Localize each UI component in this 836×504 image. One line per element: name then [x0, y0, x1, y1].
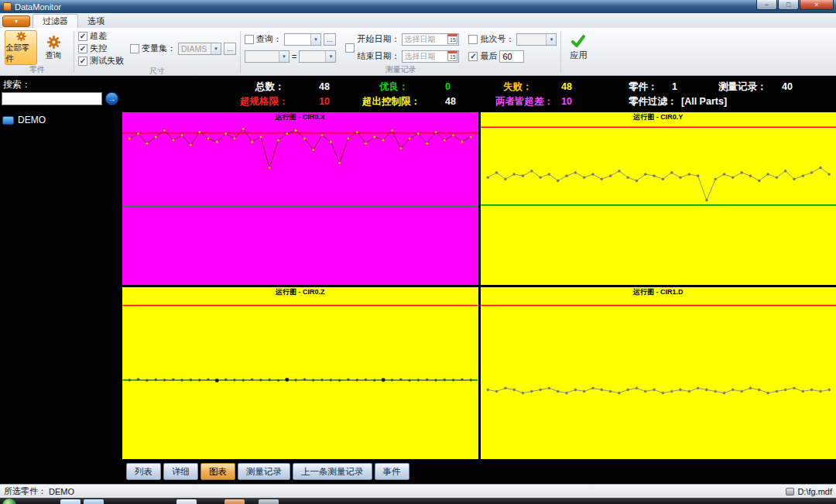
- start-button[interactable]: [2, 499, 16, 504]
- batch-checkbox[interactable]: [468, 35, 478, 44]
- tab-detail-view[interactable]: 详细: [163, 463, 198, 480]
- stat-fail: 失败：48: [503, 81, 572, 94]
- ribbon-tabstrip: ▾ 过滤器 选项: [0, 13, 836, 28]
- tab-measurement-records[interactable]: 测量记录: [238, 463, 290, 480]
- stat-part-filter: 零件过滤：[All Parts]: [629, 95, 727, 108]
- chart-title: 运行图 - CIR0.Y: [481, 112, 836, 122]
- query-value-select[interactable]: ▾: [299, 50, 336, 63]
- arrow-right-icon: →: [108, 94, 116, 103]
- tab-filter[interactable]: 过滤器: [33, 14, 78, 28]
- stats-band: 搜索： → 总数：48 优良：0 失败：48 零件：1 测量记录：40 超规格限…: [0, 76, 836, 112]
- last-n-checkbox[interactable]: [468, 52, 478, 61]
- start-date-input[interactable]: 选择日期 15: [402, 33, 459, 46]
- window-title: DataMonitor: [15, 2, 61, 12]
- group-label-dimensions: 尺寸: [75, 67, 239, 76]
- date-placeholder: 选择日期: [403, 51, 447, 62]
- last-n-label: 最后: [480, 50, 497, 62]
- measurement-query-label: 查询：: [256, 33, 282, 45]
- tab-options[interactable]: 选项: [78, 14, 114, 28]
- checkbox-out-of-tolerance[interactable]: 超差: [78, 30, 124, 42]
- taskbar-icon[interactable]: [84, 499, 104, 504]
- batch-select[interactable]: ▾: [516, 33, 557, 46]
- minimize-button[interactable]: −: [756, 0, 777, 10]
- query-parts-label: 查询: [46, 50, 62, 61]
- stat-both-over: 两者皆超差：10: [495, 95, 572, 108]
- last-n-input[interactable]: [499, 50, 524, 63]
- run-chart-cir0-z[interactable]: 运行图 - CIR0.Z: [122, 287, 478, 460]
- view-tabs-bar: 列表 详细 图表 测量记录 上一条测量记录 事件: [0, 459, 836, 484]
- part-tree-sidebar: DEMO: [0, 112, 122, 459]
- taskbar-icon[interactable]: [176, 499, 197, 504]
- group-label-parts: 零件: [2, 65, 73, 75]
- titlebar: DataMonitor − □ ×: [0, 0, 836, 13]
- tab-events[interactable]: 事件: [375, 463, 409, 480]
- group-label-measurements: 测量记录: [242, 65, 560, 75]
- close-icon: ×: [814, 1, 818, 9]
- variable-set-checkbox[interactable]: [130, 44, 139, 53]
- database-path: D:\fg.mdf: [797, 487, 832, 496]
- measurement-query-more-button[interactable]: ...: [324, 33, 336, 46]
- part-icon: [2, 116, 14, 125]
- check-icon: [570, 33, 587, 49]
- ribbon-group-parts: 全部零件 查询 零件: [2, 29, 73, 75]
- chevron-down-icon: ▾: [15, 18, 18, 25]
- date-placeholder: 选择日期: [403, 34, 447, 45]
- variable-set-more-button[interactable]: ...: [224, 43, 236, 55]
- tab-previous-measurement-record[interactable]: 上一条测量记录: [293, 463, 372, 480]
- apply-button[interactable]: 应用: [570, 33, 587, 61]
- app-icon: [3, 2, 12, 11]
- calendar-icon[interactable]: 15: [447, 51, 457, 61]
- run-chart-cir0-x[interactable]: 运行图 - CIR0.X: [122, 112, 478, 285]
- taskbar-icon[interactable]: [224, 499, 245, 504]
- checkbox-out-of-control[interactable]: 失控: [78, 43, 124, 54]
- tab-chart-view[interactable]: 图表: [200, 463, 235, 480]
- checkbox-icon: [78, 32, 87, 41]
- variable-set-select[interactable]: DIAMS ▾: [178, 43, 221, 55]
- search-label: 搜索：: [3, 78, 31, 91]
- run-chart-plot: [481, 297, 836, 460]
- start-date-label: 开始日期：: [357, 33, 399, 45]
- tab-list-view[interactable]: 列表: [126, 463, 161, 480]
- taskbar-icon[interactable]: [259, 499, 279, 504]
- run-chart-cir1-d[interactable]: 运行图 - CIR1.D: [481, 287, 836, 460]
- status-bar: 所选零件： DEMO D:\fg.mdf: [0, 484, 836, 498]
- query-field-select[interactable]: ▾: [245, 50, 290, 63]
- checkbox-test-failed[interactable]: 测试失败: [78, 55, 124, 67]
- sidebar-item-demo[interactable]: DEMO: [0, 114, 122, 126]
- chart-title: 运行图 - CIR1.D: [481, 287, 836, 297]
- measurement-query-select[interactable]: ▾: [284, 33, 321, 46]
- checkbox-icon: [78, 44, 87, 53]
- checkbox-label: 测试失败: [90, 55, 124, 67]
- calendar-icon[interactable]: 15: [447, 34, 457, 44]
- run-chart-cir0-y[interactable]: 运行图 - CIR0.Y: [481, 112, 836, 285]
- maximize-button[interactable]: □: [778, 0, 799, 10]
- stat-good: 优良：0: [379, 81, 451, 94]
- run-chart-plot: [481, 122, 836, 285]
- stat-total: 总数：48: [255, 81, 330, 94]
- measurement-query-checkbox[interactable]: [245, 35, 254, 44]
- chart-grid: 运行图 - CIR0.X 运行图 - CIR0.Y 运行图 - CIR0.Z 运…: [122, 112, 836, 459]
- ribbon-group-dimensions: 超差 失控 测试失败 变量集：: [75, 29, 239, 75]
- chevron-down-icon: ▾: [279, 51, 289, 62]
- main-area: DEMO 运行图 - CIR0.X 运行图 - CIR0.Y 运行图 - CIR…: [0, 112, 836, 459]
- query-parts-button[interactable]: 查询: [37, 30, 70, 65]
- maximize-icon: □: [786, 1, 790, 9]
- date-filter-checkbox[interactable]: [345, 43, 355, 53]
- chevron-down-icon: ▾: [546, 34, 556, 45]
- part-name-label: DEMO: [18, 115, 46, 125]
- stat-over-control: 超出控制限：48: [362, 95, 456, 108]
- close-button[interactable]: ×: [800, 0, 834, 10]
- apply-label: 应用: [570, 50, 587, 61]
- end-date-input[interactable]: 选择日期 15: [402, 50, 459, 63]
- equals-label: =: [292, 52, 296, 61]
- chart-title: 运行图 - CIR0.Z: [122, 287, 478, 297]
- search-go-button[interactable]: →: [105, 92, 118, 105]
- all-parts-button[interactable]: 全部零件: [5, 30, 37, 65]
- stat-over-spec: 超规格限：10: [240, 95, 330, 108]
- taskbar-icon[interactable]: [60, 499, 81, 504]
- app-menu-button[interactable]: ▾: [2, 15, 30, 27]
- gear-icon: [14, 31, 29, 42]
- search-input[interactable]: [2, 92, 102, 105]
- variable-set-label: 变量集：: [142, 43, 176, 54]
- chevron-down-icon: ▾: [325, 51, 335, 62]
